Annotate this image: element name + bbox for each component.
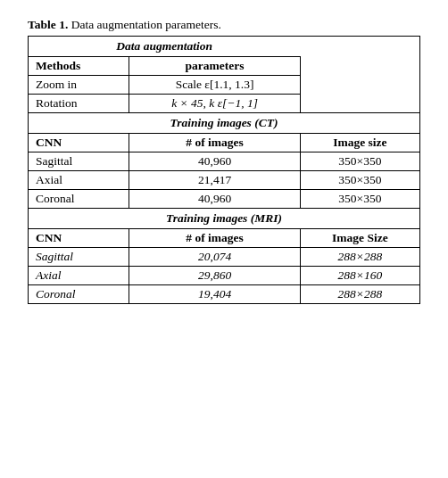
col-size-mri: Image Size: [300, 229, 419, 248]
images-sagittal-mri: 20,074: [129, 248, 301, 267]
col-cnn-mri: CNN: [29, 229, 129, 248]
cnn-coronal-mri: Coronal: [29, 285, 129, 304]
size-coronal-mri: 288×288: [300, 285, 419, 304]
method-rotation: Rotation: [29, 95, 129, 113]
table-row: Axial 21,417 350×350: [29, 171, 420, 190]
size-coronal-ct: 350×350: [300, 190, 419, 209]
table-row: Rotation k × 45, k ε[−1, 1]: [29, 95, 420, 113]
images-sagittal-ct: 40,960: [129, 152, 301, 171]
col-header-augmentation: Methods parameters: [29, 57, 420, 76]
section-header-ct: Training images (CT): [29, 113, 420, 134]
caption-label: Table 1.: [28, 18, 68, 31]
images-coronal-ct: 40,960: [129, 190, 301, 209]
section-header-mri: Training images (MRI): [29, 209, 420, 229]
size-sagittal-ct: 350×350: [300, 152, 419, 171]
col-cnn-ct: CNN: [29, 134, 129, 152]
table-row: Zoom in Scale ε[1.1, 1.3]: [29, 76, 420, 95]
col-size-ct: Image size: [300, 134, 419, 152]
cnn-coronal-ct: Coronal: [29, 190, 129, 209]
table-row: Axial 29,860 288×160: [29, 267, 420, 285]
param-rotation: k × 45, k ε[−1, 1]: [129, 95, 301, 113]
col-header-ct: CNN # of images Image size: [29, 134, 420, 152]
size-axial-ct: 350×350: [300, 171, 419, 190]
method-zoomin: Zoom in: [29, 76, 129, 95]
table-caption: Table 1. Data augmentation parameters.: [28, 18, 420, 32]
col-header-mri: CNN # of images Image Size: [29, 229, 420, 248]
param-zoomin: Scale ε[1.1, 1.3]: [129, 76, 301, 95]
cnn-axial-mri: Axial: [29, 267, 129, 285]
cnn-axial-ct: Axial: [29, 171, 129, 190]
section-title-ct: Training images (CT): [29, 113, 420, 134]
section-title-augmentation: Data augmentation: [29, 37, 301, 57]
cnn-sagittal-ct: Sagittal: [29, 152, 129, 171]
caption-text: Data augmentation parameters.: [68, 18, 221, 31]
cnn-sagittal-mri: Sagittal: [29, 248, 129, 267]
size-sagittal-mri: 288×288: [300, 248, 419, 267]
table-container: Table 1. Data augmentation parameters. D…: [28, 18, 420, 304]
table-row: Sagittal 40,960 350×350: [29, 152, 420, 171]
images-coronal-mri: 19,404: [129, 285, 301, 304]
col-images-mri: # of images: [129, 229, 301, 248]
col-methods: Methods: [29, 57, 129, 76]
table-row: Coronal 19,404 288×288: [29, 285, 420, 304]
table-row: Sagittal 20,074 288×288: [29, 248, 420, 267]
images-axial-mri: 29,860: [129, 267, 301, 285]
table-row: Coronal 40,960 350×350: [29, 190, 420, 209]
images-axial-ct: 21,417: [129, 171, 301, 190]
section-header-augmentation: Data augmentation: [29, 37, 420, 57]
size-axial-mri: 288×160: [300, 267, 419, 285]
col-images-ct: # of images: [129, 134, 301, 152]
section-title-mri: Training images (MRI): [29, 209, 420, 229]
data-table: Data augmentation Methods parameters Zoo…: [28, 36, 420, 304]
col-parameters: parameters: [129, 57, 301, 76]
